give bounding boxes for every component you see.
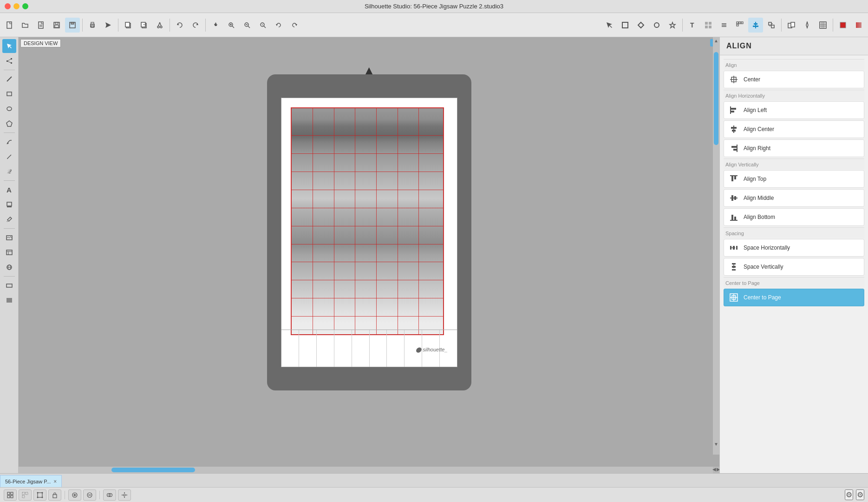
polygon-tool-btn[interactable] (2, 117, 16, 131)
show-hide-points-button[interactable] (33, 489, 46, 501)
open-folder-button[interactable] (18, 18, 33, 33)
pan-tool-button[interactable] (208, 18, 223, 33)
close-button[interactable] (5, 3, 11, 9)
minimize-button[interactable] (13, 3, 20, 9)
align-left-button[interactable]: Align Left (724, 101, 864, 119)
send-button[interactable] (101, 18, 116, 33)
center-button-label: Center (744, 76, 760, 83)
transform-btn[interactable] (764, 18, 779, 33)
scroll-thumb-horizontal[interactable] (111, 468, 195, 472)
align-center-button[interactable]: Align Center (724, 120, 864, 138)
eyedropper-tool-btn[interactable] (2, 212, 16, 226)
add-library-button[interactable] (68, 489, 81, 501)
left-toolbar: 𝒬 A (0, 37, 19, 473)
paste-appearance-button[interactable] (137, 18, 151, 33)
space-v-label: Space Vertically (744, 264, 783, 270)
delete-library-button[interactable] (83, 489, 96, 501)
union-button[interactable] (103, 489, 116, 501)
pen-tool-btn[interactable] (2, 135, 16, 149)
align-btn[interactable] (748, 18, 763, 33)
align-right-button[interactable]: Align Right (724, 139, 864, 157)
align-bottom-button[interactable]: Align Bottom (724, 208, 864, 226)
canvas-scroll-vertical[interactable]: ▲ ▼ (713, 37, 719, 455)
svg-rect-125 (11, 492, 13, 495)
svg-rect-126 (7, 495, 10, 498)
arrow-right[interactable]: ▶ (717, 467, 720, 472)
new-button[interactable] (2, 18, 17, 33)
grid-btn-r[interactable] (816, 18, 830, 33)
image-tool-1-btn[interactable] (2, 231, 16, 244)
space-horizontally-button[interactable]: Space Horizontally (724, 239, 864, 257)
knife-btn-r[interactable] (800, 18, 815, 33)
undo-button[interactable] (172, 18, 187, 33)
fill-color-tool-btn[interactable] (2, 198, 16, 211)
svg-point-134 (37, 496, 39, 498)
replicate-btn[interactable] (784, 18, 799, 33)
maximize-button[interactable] (22, 3, 28, 9)
svg-rect-41 (705, 22, 708, 25)
scroll-corner-arrows[interactable]: ◀▶ (713, 467, 719, 472)
ellipse-tool-btn[interactable] (2, 102, 16, 116)
array-btn[interactable] (732, 18, 747, 33)
rotate-right-button[interactable] (287, 18, 302, 33)
tab-close-button[interactable]: × (53, 478, 57, 485)
rectangle-mode-button[interactable] (618, 18, 633, 33)
svg-rect-83 (7, 250, 12, 255)
open-file-button[interactable] (33, 18, 48, 33)
pattern-btn[interactable] (701, 18, 716, 33)
align-middle-button[interactable]: Align Middle (724, 189, 864, 207)
preferences-button[interactable]: ⚙ (856, 489, 864, 500)
select-mode-button[interactable] (602, 18, 617, 33)
rotate-left-button[interactable] (271, 18, 286, 33)
line-tool-btn[interactable] (2, 72, 16, 86)
center-page-label: Center to Page (724, 277, 864, 288)
image-tool-2-btn[interactable] (2, 245, 16, 259)
text-tool-btn[interactable]: A (2, 183, 16, 197)
ungroup-sel-button[interactable] (19, 489, 32, 501)
scroll-down-btn[interactable]: ▼ (714, 442, 718, 446)
lock-cut-button[interactable] (48, 489, 61, 501)
pencil-tool-btn[interactable] (2, 150, 16, 164)
calligraphy-tool-btn[interactable]: 𝒬 (2, 165, 16, 178)
align-bottom-label: Align Bottom (744, 214, 775, 220)
canvas-scroll-horizontal[interactable] (19, 467, 713, 473)
zoom-fit-button[interactable]: + (255, 18, 270, 33)
scroll-up-btn[interactable]: ▲ (714, 38, 718, 43)
select-tool-btn[interactable] (2, 39, 16, 53)
scroll-thumb-vertical[interactable] (714, 52, 718, 145)
star-mode-button[interactable] (665, 18, 680, 33)
path-mode-button[interactable] (649, 18, 664, 33)
polygon-mode-button[interactable] (633, 18, 648, 33)
tab-jigsaw[interactable]: 56-Piece Jigsaw P... × (0, 475, 62, 487)
redo-button[interactable] (188, 18, 203, 33)
toolbar-sep-3 (170, 19, 170, 32)
grid-tool-1-btn[interactable] (2, 278, 16, 292)
copy-appearance-button[interactable] (121, 18, 136, 33)
node-edit-tool-btn[interactable] (2, 54, 16, 68)
tool-sep-5 (4, 276, 15, 277)
gradient-btn-r[interactable] (851, 18, 866, 33)
svg-rect-66 (856, 22, 861, 28)
fill-btn-r[interactable] (835, 18, 850, 33)
settings-gear-button[interactable]: ⚙ (845, 489, 853, 500)
print-button[interactable] (85, 18, 100, 33)
grid-tool-2-btn[interactable] (2, 293, 16, 307)
cut-button[interactable] (152, 18, 167, 33)
rect-tool-btn[interactable] (2, 87, 16, 101)
align-top-button[interactable]: Align Top (724, 170, 864, 188)
repeat-btn[interactable] (717, 18, 731, 33)
center-button[interactable]: Center (724, 71, 864, 88)
image-tool-3-btn[interactable] (2, 260, 16, 274)
arrow-left[interactable]: ◀ (712, 467, 716, 472)
text-tool-btn-r[interactable]: T (685, 18, 700, 33)
save-button[interactable] (49, 18, 64, 33)
space-vertically-button[interactable]: Space Vertically (724, 258, 864, 276)
zoom-out-button[interactable] (240, 18, 255, 33)
center-to-page-button[interactable]: Center to Page (724, 289, 864, 306)
group-sel-button[interactable] (4, 489, 17, 501)
zoom-in-button[interactable] (224, 18, 239, 33)
save-as-button[interactable] (65, 18, 80, 33)
settings-btn-status[interactable] (118, 489, 131, 501)
svg-rect-128 (22, 492, 25, 495)
align-bottom-icon (729, 212, 739, 222)
